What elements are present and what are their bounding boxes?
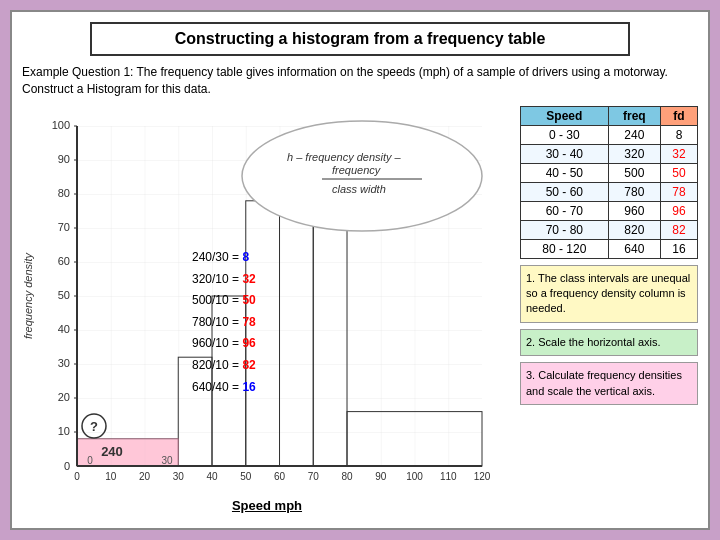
- col-freq: freq: [608, 106, 660, 125]
- svg-text:60: 60: [58, 255, 70, 267]
- histogram-svg: 0 10 20 30 40 50: [22, 106, 512, 496]
- svg-text:frequency density: frequency density: [22, 251, 34, 339]
- svg-text:10: 10: [105, 471, 117, 482]
- main-container: Constructing a histogram from a frequenc…: [10, 10, 710, 530]
- intro-text: Example Question 1: The frequency table …: [22, 64, 698, 98]
- svg-text:0: 0: [64, 460, 70, 472]
- svg-text:100: 100: [52, 119, 70, 131]
- col-speed: Speed: [521, 106, 609, 125]
- content-area: 0 10 20 30 40 50: [22, 106, 698, 513]
- svg-text:90: 90: [58, 153, 70, 165]
- table-row: 50 - 60 780 78: [521, 182, 698, 201]
- svg-text:10: 10: [58, 425, 70, 437]
- calc-line-2: 500/10 = 50: [192, 290, 256, 312]
- svg-text:0: 0: [87, 455, 93, 466]
- calc-line-3: 780/10 = 78: [192, 312, 256, 334]
- svg-text:60: 60: [274, 471, 286, 482]
- svg-point-51: [242, 121, 482, 231]
- calc-line-6: 640/40 = 16: [192, 377, 256, 399]
- svg-text:80: 80: [341, 471, 353, 482]
- svg-text:?: ?: [90, 419, 98, 434]
- table-row: 40 - 50 500 50: [521, 163, 698, 182]
- calc-line-0: 240/30 = 8: [192, 247, 256, 269]
- calc-line-5: 820/10 = 82: [192, 355, 256, 377]
- svg-text:120: 120: [474, 471, 491, 482]
- svg-text:70: 70: [58, 221, 70, 233]
- graph-area: 0 10 20 30 40 50: [22, 106, 512, 513]
- right-panel: Speed freq fd 0 - 30 240 8 30 - 40 320 3…: [520, 106, 698, 513]
- calc-area: 240/30 = 8 320/10 = 32 500/10 = 50 780/1…: [192, 247, 256, 398]
- svg-text:20: 20: [58, 391, 70, 403]
- svg-text:30: 30: [58, 357, 70, 369]
- svg-text:frequency: frequency: [332, 164, 382, 176]
- svg-text:h – frequency density –: h – frequency density –: [287, 151, 402, 163]
- table-row: 70 - 80 820 82: [521, 220, 698, 239]
- svg-text:40: 40: [58, 323, 70, 335]
- title: Constructing a histogram from a frequenc…: [90, 22, 631, 56]
- table-row: 80 - 120 640 16: [521, 239, 698, 258]
- svg-text:110: 110: [440, 471, 457, 482]
- calc-line-4: 960/10 = 96: [192, 333, 256, 355]
- info-box-1: 1. The class intervals are unequal so a …: [520, 265, 698, 323]
- info-box-2: 2. Scale the horizontal axis.: [520, 329, 698, 356]
- table-row: 60 - 70 960 96: [521, 201, 698, 220]
- svg-text:40: 40: [206, 471, 218, 482]
- svg-text:class width: class width: [332, 183, 386, 195]
- speed-mph-label: Speed mph: [22, 498, 512, 513]
- frequency-table: Speed freq fd 0 - 30 240 8 30 - 40 320 3…: [520, 106, 698, 259]
- svg-text:50: 50: [58, 289, 70, 301]
- svg-text:70: 70: [308, 471, 320, 482]
- table-row: 30 - 40 320 32: [521, 144, 698, 163]
- col-fd: fd: [661, 106, 698, 125]
- svg-text:90: 90: [375, 471, 387, 482]
- svg-text:80: 80: [58, 187, 70, 199]
- graph-canvas: 0 10 20 30 40 50: [22, 106, 512, 496]
- svg-text:50: 50: [240, 471, 252, 482]
- svg-text:30: 30: [161, 455, 173, 466]
- svg-text:30: 30: [173, 471, 185, 482]
- info-box-3: 3. Calculate frequency densities and sca…: [520, 362, 698, 405]
- calc-line-1: 320/10 = 32: [192, 269, 256, 291]
- svg-text:0: 0: [74, 471, 80, 482]
- table-row: 0 - 30 240 8: [521, 125, 698, 144]
- calculations: 240/30 = 8 320/10 = 32 500/10 = 50 780/1…: [192, 247, 256, 398]
- svg-text:100: 100: [406, 471, 423, 482]
- svg-text:240: 240: [101, 444, 123, 459]
- svg-text:20: 20: [139, 471, 151, 482]
